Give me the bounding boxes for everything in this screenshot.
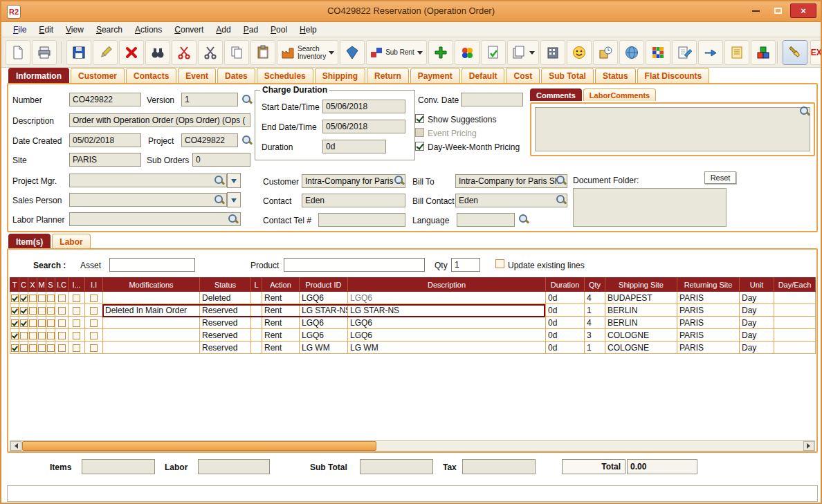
cell-product-id[interactable]: LGQ6: [300, 329, 348, 342]
tab-return[interactable]: Return: [367, 68, 409, 83]
quote-list-button[interactable]: [724, 40, 749, 65]
bill-contact-field[interactable]: [455, 194, 567, 207]
cell-shipping-site[interactable]: COLOGNE: [605, 329, 677, 342]
customer-search-icon[interactable]: [394, 176, 404, 185]
row-checkbox[interactable]: [29, 344, 37, 352]
tab-schedules[interactable]: Schedules: [257, 68, 313, 83]
cell-description[interactable]: LGQ6: [348, 292, 546, 304]
number-field[interactable]: [69, 93, 141, 106]
row-checkbox[interactable]: [58, 319, 66, 327]
cell-modifications[interactable]: Deleted In Main Order: [103, 304, 200, 317]
start-date-field[interactable]: [322, 100, 405, 113]
tab-event[interactable]: Event: [178, 68, 216, 83]
close-button[interactable]: ×: [790, 3, 816, 18]
product-search-input[interactable]: [284, 258, 425, 272]
language-search-icon[interactable]: [519, 214, 529, 224]
project-field[interactable]: [181, 133, 238, 147]
cell-modifications[interactable]: [103, 317, 200, 329]
cell-action[interactable]: Rent: [262, 317, 300, 329]
row-checkbox[interactable]: [11, 344, 19, 352]
cell-returning-site[interactable]: PARIS: [677, 304, 740, 317]
row-checkbox[interactable]: [90, 307, 98, 315]
horizontal-scrollbar[interactable]: [10, 440, 815, 451]
cell-qty[interactable]: 3: [585, 329, 605, 342]
cell-product-id[interactable]: LGQ6: [300, 317, 348, 329]
bill-contact-search-icon[interactable]: [556, 195, 566, 205]
project-search-icon[interactable]: [242, 136, 252, 145]
date-created-field[interactable]: [69, 133, 141, 147]
row-checkbox[interactable]: [29, 319, 37, 327]
row-checkbox[interactable]: [90, 295, 98, 302]
show-suggestions-checkbox[interactable]: [415, 114, 424, 123]
menu-edit[interactable]: Edit: [33, 23, 60, 37]
cell-status[interactable]: Reserved: [200, 342, 251, 354]
menu-convert[interactable]: Convert: [168, 23, 210, 37]
search-inventory-button[interactable]: SearchInventory: [277, 40, 338, 65]
cell-status[interactable]: Reserved: [200, 317, 251, 329]
row-checkbox[interactable]: [47, 295, 55, 302]
row-checkbox[interactable]: [20, 307, 28, 315]
row-checkbox[interactable]: [38, 332, 46, 339]
verify-note-button[interactable]: [481, 40, 506, 65]
contact-tel-field[interactable]: [318, 213, 405, 227]
document-folder-field[interactable]: [573, 188, 727, 227]
tab-default[interactable]: Default: [462, 68, 505, 83]
row-checkbox[interactable]: [11, 332, 19, 339]
row-checkbox[interactable]: [47, 319, 55, 327]
cell-shipping-site[interactable]: BERLIN: [605, 304, 677, 317]
total-field[interactable]: [627, 459, 697, 474]
copy-button[interactable]: [224, 40, 249, 65]
cell-duration[interactable]: 0d: [546, 329, 585, 342]
row-checkbox[interactable]: [73, 307, 80, 315]
row-checkbox[interactable]: [73, 295, 80, 302]
delete-button[interactable]: [119, 40, 144, 65]
row-checkbox[interactable]: [58, 332, 66, 339]
sales-person-search-icon[interactable]: [214, 195, 224, 205]
project-mgr-field[interactable]: [69, 174, 227, 187]
tab-information[interactable]: Information: [8, 68, 69, 83]
reset-button[interactable]: Reset: [704, 171, 736, 184]
cell-duration[interactable]: 0d: [546, 304, 585, 317]
package-clock-button[interactable]: [593, 40, 618, 65]
row-checkbox[interactable]: [20, 344, 28, 352]
cell-returning-site[interactable]: PARIS: [677, 317, 740, 329]
tab-flat-discounts[interactable]: Flat Discounts: [637, 68, 710, 83]
cell-description[interactable]: LGQ6: [348, 317, 546, 329]
maximize-button[interactable]: [768, 3, 787, 18]
cell-action[interactable]: Rent: [262, 329, 300, 342]
tax-field[interactable]: [462, 459, 536, 474]
rubiks-cube-button[interactable]: [646, 40, 670, 65]
add-button[interactable]: [428, 40, 453, 65]
cell-returning-site[interactable]: PARIS: [677, 329, 740, 342]
tab-status[interactable]: Status: [595, 68, 636, 83]
cell-unit[interactable]: Day: [740, 317, 774, 329]
row-checkbox[interactable]: [90, 332, 98, 339]
tab-contacts[interactable]: Contacts: [126, 68, 176, 83]
tab-cost[interactable]: Cost: [506, 68, 540, 83]
cell-duration[interactable]: 0d: [546, 292, 585, 304]
cell-description[interactable]: LGQ6: [348, 329, 546, 342]
cell-unit[interactable]: Day: [740, 329, 774, 342]
row-checkbox[interactable]: [47, 332, 55, 339]
language-field[interactable]: [457, 213, 515, 227]
menu-pad[interactable]: Pad: [237, 23, 264, 37]
comments-field[interactable]: [535, 107, 810, 151]
tab-labor-comments[interactable]: LaborComments: [583, 88, 656, 101]
table-row[interactable]: Reserved Rent LGQ6 LGQ6 0d 4 BERLIN PARI…: [10, 317, 816, 329]
labor-planner-search-icon[interactable]: [228, 214, 238, 224]
cell-qty[interactable]: 1: [585, 342, 605, 354]
tab-shipping[interactable]: Shipping: [315, 68, 365, 83]
row-checkbox[interactable]: [47, 344, 55, 352]
end-date-field[interactable]: [322, 120, 405, 133]
find-button[interactable]: [145, 40, 170, 65]
scroll-left-button[interactable]: [10, 441, 21, 451]
tab-sub-total[interactable]: Sub Total: [541, 68, 594, 83]
cell-action[interactable]: Rent: [262, 342, 300, 354]
bill-to-search-icon[interactable]: [556, 176, 566, 185]
cell-day-each[interactable]: [774, 317, 816, 329]
cell-day-each[interactable]: [774, 292, 816, 304]
cell-status[interactable]: Reserved: [200, 329, 251, 342]
building-button[interactable]: [540, 40, 565, 65]
cut-button[interactable]: [198, 40, 223, 65]
menu-view[interactable]: View: [60, 23, 90, 37]
